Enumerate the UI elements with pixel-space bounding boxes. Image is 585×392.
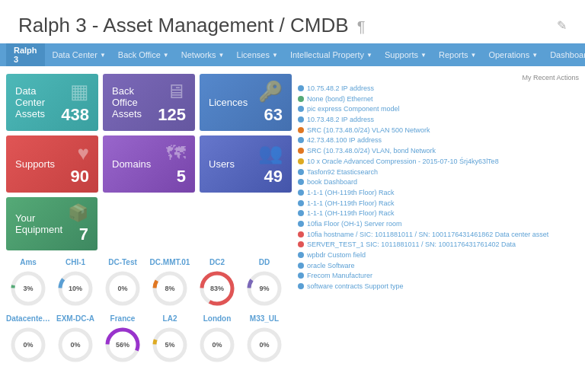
donut-chart: 0% xyxy=(245,325,284,365)
list-item: 42.73.48.100 IP address xyxy=(298,136,579,145)
tile-domains[interactable]: Domains 🗺 5 xyxy=(103,135,195,193)
recent-item-text[interactable]: 10fia hostname / SIC: 1011881011 / SN: 1… xyxy=(307,231,548,240)
status-dot xyxy=(298,169,304,175)
recent-item-text[interactable]: 10 x Oracle Advanced Compression - 2015-… xyxy=(307,158,499,167)
status-dot xyxy=(298,179,304,185)
recent-item-text[interactable]: 42.73.48.100 IP address xyxy=(307,136,382,145)
recent-item-text[interactable]: None (bond) Ethernet xyxy=(307,95,373,104)
list-item: 1-1-1 (OH-119th Floor) Rack xyxy=(298,209,579,218)
chart-label: M33_UL xyxy=(242,314,286,323)
donut-percent: 9% xyxy=(259,285,269,292)
chart-item[interactable]: DC-Test 0% xyxy=(101,258,145,308)
nav-arrow: ▼ xyxy=(471,52,477,59)
left-panel: Data Center Assets ▦ 438 Back Office Ass… xyxy=(6,74,292,371)
tile-icon: 📦 xyxy=(68,203,88,223)
charts-row-2: DatacenterPa 0% EXM-DC-A 0% France 56% L… xyxy=(6,314,292,365)
recent-item-text[interactable]: 1-1-1 (OH-119th Floor) Rack xyxy=(307,209,395,218)
paragraph-icon: ¶ xyxy=(357,18,366,35)
nav-dashboards[interactable]: Dashboards ▼ xyxy=(544,43,585,66)
nav-supports[interactable]: Supports ▼ xyxy=(379,43,433,66)
status-dot xyxy=(298,210,304,216)
tile-icon: 👥 xyxy=(258,142,283,165)
donut-percent: 56% xyxy=(116,341,129,349)
right-panel: My Recent Actions 10.75.48.2 IP addressN… xyxy=(298,74,579,371)
donut-percent: 0% xyxy=(23,341,33,349)
donut-chart: 8% xyxy=(150,269,190,308)
donut-chart: 0% xyxy=(8,325,48,365)
chart-item[interactable]: London 0% xyxy=(195,314,239,365)
chart-item[interactable]: CHI-1 10% xyxy=(53,258,98,308)
charts-section-1: Ams 3% CHI-1 10% DC-Test 0% DC.MMT.01 8%… xyxy=(6,258,292,371)
chart-item[interactable]: Ams 3% xyxy=(6,258,50,308)
nav-arrow: ▼ xyxy=(272,52,278,59)
donut-chart: 3% xyxy=(8,269,48,308)
recent-item-text[interactable]: SERVER_TEST_1 SIC: 1011881011 / SN: 1001… xyxy=(307,241,516,250)
chart-item[interactable]: EXM-DC-A 0% xyxy=(53,314,98,365)
list-item: 10fia Floor (OH-1) Server room xyxy=(298,220,579,229)
nav-licenses[interactable]: Licenses ▼ xyxy=(231,43,284,66)
nav-data-center[interactable]: Data Center ▼ xyxy=(46,43,112,66)
tile-back-office-assets[interactable]: Back Office Assets 🖥 125 xyxy=(103,74,195,131)
donut-percent: 83% xyxy=(210,285,224,292)
recent-item-text[interactable]: pic express Component model xyxy=(307,105,400,114)
tile-count: 7 xyxy=(79,225,88,244)
donut-chart: 56% xyxy=(103,325,142,365)
list-item: SRC (10.73.48.0/24) VLAN 500 Network xyxy=(298,126,579,135)
chart-item[interactable]: LA2 5% xyxy=(148,314,192,365)
chart-item[interactable]: M33_UL 0% xyxy=(242,314,286,365)
tile-label: Back Office Assets xyxy=(112,85,158,120)
tile-count: 438 xyxy=(61,105,89,125)
recent-actions-title: My Recent Actions xyxy=(298,74,579,81)
tile-your-equipment[interactable]: Your Equipment 📦 7 xyxy=(6,197,98,250)
recent-item-text[interactable]: 10fia Floor (OH-1) Server room xyxy=(307,220,402,229)
tile-supports[interactable]: Supports ♥ 90 xyxy=(6,135,98,193)
main-content: Data Center Assets ▦ 438 Back Office Ass… xyxy=(0,66,585,378)
chart-label: DD xyxy=(242,258,286,266)
list-item: book Dashboard xyxy=(298,178,579,187)
recent-item-text[interactable]: oracle Software xyxy=(307,262,355,271)
chart-label: Ams xyxy=(6,258,50,266)
chart-item[interactable]: DC2 83% xyxy=(195,258,239,308)
recent-item-text[interactable]: book Dashboard xyxy=(307,178,357,187)
chart-item[interactable]: DC.MMT.01 8% xyxy=(148,258,192,308)
tile-icon: ▦ xyxy=(70,80,89,104)
donut-chart: 10% xyxy=(56,269,95,308)
edit-icon[interactable]: ✎ xyxy=(557,18,567,33)
nav-arrow: ▼ xyxy=(366,52,372,59)
recent-item-text[interactable]: 1-1-1 (OH-119th Floor) Rack xyxy=(307,189,395,198)
tile-data-center-assets[interactable]: Data Center Assets ▦ 438 xyxy=(6,74,98,131)
chart-item[interactable]: France 56% xyxy=(101,314,145,365)
tile-count: 49 xyxy=(264,167,283,186)
recent-item-text[interactable]: 1-1-1 (OH-119th Floor) Rack xyxy=(307,199,395,209)
recent-item-text[interactable]: 10.75.48.2 IP address xyxy=(307,84,374,94)
recent-item-text[interactable]: 10.73.48.2 IP address xyxy=(307,116,374,125)
nav-operations[interactable]: Operations ▼ xyxy=(482,43,544,66)
recent-item-text[interactable]: SRC (10.73.48.0/24) VLAN 500 Network xyxy=(307,126,430,135)
chart-item[interactable]: DatacenterPa 0% xyxy=(6,314,50,365)
tile-licences[interactable]: Licences 🔑 63 xyxy=(200,74,292,131)
title-text: Ralph 3 - Asset Management / CMDB xyxy=(18,14,349,37)
recent-item-text[interactable]: SRC (10.73.48.0/24) VLAN, bond Network xyxy=(307,147,436,156)
navbar: Ralph 3 Data Center ▼ Back Office ▼ Netw… xyxy=(0,43,585,66)
tile-label: Users xyxy=(209,158,235,170)
donut-chart: 0% xyxy=(103,269,142,308)
chart-item[interactable]: DD 9% xyxy=(242,258,286,308)
tile-users[interactable]: Users 👥 49 xyxy=(200,135,292,193)
status-dot xyxy=(298,158,304,164)
tile-count: 63 xyxy=(264,105,283,125)
nav-intellectual-property[interactable]: Intellectual Property ▼ xyxy=(284,43,379,66)
list-item: Frecom Manufacturer xyxy=(298,272,579,281)
nav-networks[interactable]: Networks ▼ xyxy=(175,43,231,66)
nav-back-office[interactable]: Back Office ▼ xyxy=(112,43,175,66)
nav-arrow: ▼ xyxy=(100,52,106,59)
recent-item-text[interactable]: Frecom Manufacturer xyxy=(307,272,372,281)
tiles-row-3: Your Equipment 📦 7 xyxy=(6,197,292,250)
tile-label: Domains xyxy=(112,158,151,170)
navbar-brand[interactable]: Ralph 3 xyxy=(6,43,45,66)
recent-item-text[interactable]: wpbdr Custom field xyxy=(307,251,366,260)
recent-item-text[interactable]: Tasfon92 Etasticsearch xyxy=(307,168,378,177)
recent-item-text[interactable]: software contracts Support type xyxy=(307,282,404,292)
page-header: Ralph 3 - Asset Management / CMDB ¶ ✎ xyxy=(0,0,585,43)
chart-label: LA2 xyxy=(148,314,192,323)
nav-reports[interactable]: Reports ▼ xyxy=(433,43,482,66)
